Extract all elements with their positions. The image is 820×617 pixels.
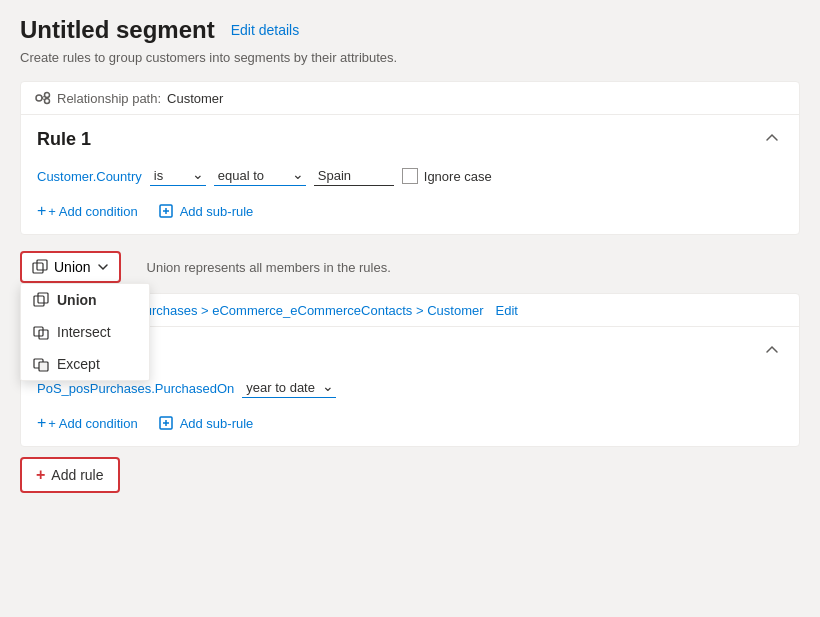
ignore-case-label: Ignore case bbox=[424, 169, 492, 184]
union-option-except-label: Except bbox=[57, 356, 100, 372]
ignore-case-wrapper: Ignore case bbox=[402, 168, 492, 184]
union-dropdown-menu: Union Intersect bbox=[20, 283, 150, 381]
union-option-intersect[interactable]: Intersect bbox=[21, 316, 149, 348]
union-option-union-icon bbox=[33, 292, 49, 308]
rule2-date-range-select[interactable]: year to date last 30 days last 90 days l… bbox=[242, 378, 336, 398]
rule1-operator-select[interactable]: is is not bbox=[150, 166, 206, 186]
rule2-add-condition-label: + Add condition bbox=[48, 416, 137, 431]
add-rule-button[interactable]: + Add rule bbox=[20, 457, 120, 493]
rule1-actions: + + Add condition Add sub-rule bbox=[21, 198, 799, 234]
svg-rect-8 bbox=[33, 263, 43, 273]
rule2-add-condition-button[interactable]: + + Add condition bbox=[37, 414, 138, 432]
rule1-condition-field: Customer.Country bbox=[37, 169, 142, 184]
union-option-union[interactable]: Union bbox=[21, 284, 149, 316]
rule1-title: Rule 1 bbox=[37, 129, 91, 150]
rule2-collapse-button[interactable] bbox=[761, 339, 783, 364]
union-description: Union represents all members in the rule… bbox=[147, 260, 391, 275]
svg-point-0 bbox=[36, 95, 42, 101]
svg-rect-11 bbox=[38, 293, 48, 303]
union-option-union-label: Union bbox=[57, 292, 97, 308]
rule2-actions: + + Add condition Add sub-rule bbox=[21, 410, 799, 446]
rule1-add-condition-button[interactable]: + + Add condition bbox=[37, 202, 138, 220]
svg-rect-9 bbox=[37, 260, 47, 270]
rule1-comparator-select[interactable]: equal to not equal to contains bbox=[214, 166, 306, 186]
relationship-label: Relationship path: bbox=[57, 91, 161, 106]
rule1-add-subrule-button[interactable]: Add sub-rule bbox=[158, 202, 254, 220]
rule1-add-condition-plus: + bbox=[37, 202, 46, 220]
page-title: Untitled segment bbox=[20, 16, 215, 44]
svg-point-2 bbox=[45, 99, 50, 104]
union-option-except-icon bbox=[33, 356, 49, 372]
edit-details-link[interactable]: Edit details bbox=[231, 22, 299, 38]
ignore-case-checkbox[interactable] bbox=[402, 168, 418, 184]
union-option-intersect-icon bbox=[33, 324, 49, 340]
rule1-condition-row: Customer.Country is is not equal to not … bbox=[21, 160, 799, 198]
svg-rect-15 bbox=[39, 362, 48, 371]
rule1-card: Relationship path: Customer Rule 1 Custo… bbox=[20, 81, 800, 235]
svg-point-1 bbox=[45, 93, 50, 98]
rule1-relationship-bar: Relationship path: Customer bbox=[21, 82, 799, 115]
union-dropdown-trigger[interactable]: Union bbox=[20, 251, 121, 283]
rule1-header: Rule 1 bbox=[21, 115, 799, 160]
rule1-add-condition-label: + Add condition bbox=[48, 204, 137, 219]
union-option-except[interactable]: Except bbox=[21, 348, 149, 380]
rule2-add-subrule-label: Add sub-rule bbox=[180, 416, 254, 431]
rule2-condition-field: PoS_posPurchases.PurchasedOn bbox=[37, 381, 234, 396]
page-subtitle: Create rules to group customers into seg… bbox=[20, 50, 800, 65]
union-trigger-label: Union bbox=[54, 259, 91, 275]
rule2-subrule-icon bbox=[158, 415, 174, 431]
relationship-icon bbox=[35, 90, 51, 106]
subrule-icon bbox=[158, 203, 174, 219]
rule1-value-input[interactable] bbox=[314, 166, 394, 186]
union-col: Union Union bbox=[20, 245, 391, 289]
svg-rect-10 bbox=[34, 296, 44, 306]
union-trigger-icon bbox=[32, 259, 48, 275]
union-option-intersect-label: Intersect bbox=[57, 324, 111, 340]
rule2-date-range-wrapper: year to date last 30 days last 90 days l… bbox=[242, 378, 336, 398]
add-rule-label: Add rule bbox=[51, 467, 103, 483]
rule2-edit-link[interactable]: Edit bbox=[496, 303, 518, 318]
rule1-comparator-wrapper: equal to not equal to contains bbox=[214, 166, 306, 186]
relationship-value: Customer bbox=[167, 91, 223, 106]
add-rule-plus-icon: + bbox=[36, 466, 45, 484]
rule1-collapse-button[interactable] bbox=[761, 127, 783, 152]
union-chevron-icon bbox=[97, 261, 109, 273]
rule1-operator-wrapper: is is not bbox=[150, 166, 206, 186]
page-header: Untitled segment Edit details bbox=[20, 16, 800, 44]
rule2-add-subrule-button[interactable]: Add sub-rule bbox=[158, 414, 254, 432]
union-row: Union Union bbox=[20, 245, 800, 289]
union-dropdown-container: Union Union bbox=[20, 251, 121, 283]
rule1-add-subrule-label: Add sub-rule bbox=[180, 204, 254, 219]
rule2-add-condition-plus: + bbox=[37, 414, 46, 432]
page-container: Untitled segment Edit details Create rul… bbox=[0, 0, 820, 509]
